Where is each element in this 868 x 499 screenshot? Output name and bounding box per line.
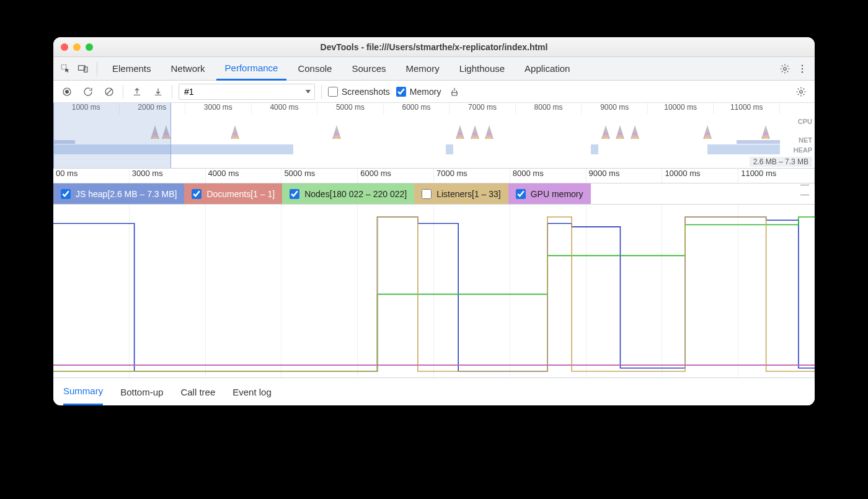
memory-chart[interactable]: [53, 205, 815, 378]
upload-icon[interactable]: [130, 84, 144, 99]
svg-point-3: [784, 67, 787, 70]
window-title: DevTools - file:///Users/stmarthe/x-repl…: [53, 42, 815, 52]
svg-point-6: [802, 71, 803, 73]
minimize-window-button[interactable]: [73, 43, 81, 51]
legend-nodes[interactable]: Nodes[180 022 – 220 022]: [282, 183, 414, 204]
tab-elements[interactable]: Elements: [104, 57, 160, 81]
divider: [321, 85, 322, 99]
tab-sources[interactable]: Sources: [343, 57, 394, 81]
tab-network[interactable]: Network: [162, 57, 214, 81]
memory-chart-svg: [53, 205, 815, 378]
overview-timeline[interactable]: 1000 ms2000 ms3000 ms4000 ms5000 ms6000 …: [53, 103, 815, 169]
performance-toolbar: #1 Screenshots Memory: [53, 81, 815, 103]
legend-jsheap-checkbox[interactable]: [61, 189, 71, 199]
tab-console[interactable]: Console: [289, 57, 340, 81]
overview-right-labels: CPU NET HEAP: [793, 117, 812, 155]
inspect-icon[interactable]: [58, 61, 73, 76]
svg-rect-2: [84, 67, 87, 72]
divider: [172, 85, 172, 99]
memory-label: Memory: [410, 87, 441, 97]
overview-selection[interactable]: [53, 103, 171, 168]
tab-application[interactable]: Application: [516, 57, 578, 81]
legend-documents[interactable]: Documents[1 – 1]: [184, 183, 282, 204]
legend-nodes-checkbox[interactable]: [290, 189, 299, 199]
download-icon[interactable]: [151, 84, 166, 99]
svg-point-4: [802, 64, 803, 66]
divider: [97, 62, 97, 76]
legend-gpu-checkbox[interactable]: [516, 189, 526, 199]
legend-gpu[interactable]: GPU memory: [508, 183, 591, 204]
capture-settings-gear-icon[interactable]: [794, 84, 808, 99]
clear-icon[interactable]: [102, 84, 117, 99]
detail-tab-event-log[interactable]: Event log: [232, 378, 272, 405]
tab-memory[interactable]: Memory: [397, 57, 448, 81]
divider: [123, 85, 123, 99]
settings-gear-icon[interactable]: [777, 61, 792, 76]
overview-heap-range: 2.6 MB – 7.3 MB: [750, 157, 812, 167]
screenshots-checkbox-input[interactable]: [328, 87, 338, 97]
memory-legend: JS heap[2.6 MB – 7.3 MB] Documents[1 – 1…: [53, 183, 815, 205]
recording-select[interactable]: #1: [179, 84, 315, 100]
maximize-window-button[interactable]: [86, 43, 93, 51]
detail-tab-summary[interactable]: Summary: [63, 378, 103, 405]
traffic-lights: [61, 43, 93, 51]
svg-point-5: [802, 68, 803, 69]
memory-checkbox-input[interactable]: [396, 87, 406, 97]
detail-ticks: 00 ms3000 ms4000 ms5000 ms6000 ms7000 ms…: [53, 169, 815, 183]
more-menu-icon[interactable]: [795, 61, 810, 76]
titlebar: DevTools - file:///Users/stmarthe/x-repl…: [53, 37, 815, 57]
main-tab-bar: ElementsNetworkPerformanceConsoleSources…: [53, 57, 815, 81]
memory-checkbox[interactable]: Memory: [396, 87, 441, 97]
reload-record-icon[interactable]: [81, 84, 95, 99]
legend-listeners-checkbox[interactable]: [422, 189, 432, 199]
devtools-window: DevTools - file:///Users/stmarthe/x-repl…: [53, 37, 815, 405]
legend-documents-checkbox[interactable]: [192, 189, 202, 199]
svg-point-8: [65, 90, 69, 94]
collect-garbage-icon[interactable]: [447, 84, 462, 99]
tab-performance[interactable]: Performance: [216, 57, 287, 81]
tab-lighthouse[interactable]: Lighthouse: [451, 57, 513, 81]
close-window-button[interactable]: [61, 43, 68, 51]
screenshots-checkbox[interactable]: Screenshots: [328, 87, 390, 97]
record-button-icon[interactable]: [60, 84, 74, 99]
svg-point-10: [800, 90, 803, 93]
detail-tab-call-tree[interactable]: Call tree: [180, 378, 215, 405]
legend-jsheap[interactable]: JS heap[2.6 MB – 7.3 MB]: [53, 183, 184, 204]
detail-tab-bottom-up[interactable]: Bottom-up: [120, 378, 163, 405]
screenshots-label: Screenshots: [342, 87, 390, 97]
device-toggle-icon[interactable]: [76, 61, 91, 76]
detail-tab-bar: SummaryBottom-upCall treeEvent log: [53, 378, 815, 405]
legend-listeners[interactable]: Listeners[1 – 33]: [414, 183, 508, 204]
